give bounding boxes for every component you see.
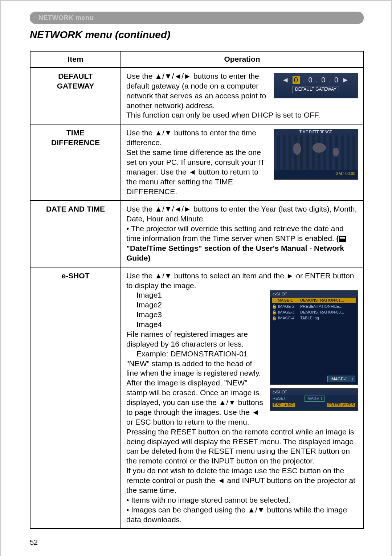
eshot-reset-yes: ENTER ,⏎:YES [327, 403, 355, 408]
eshot-list-screenshot: e-SHOT ◉IMAGE-1DEMONSTRATION-01... 🔒IMAG… [270, 290, 358, 385]
eshot-row-2: 🔒IMAGE-2PRESENTATIONFILE... [270, 303, 358, 309]
eshot-row-1: ◉IMAGE-1DEMONSTRATION-01... [270, 297, 358, 303]
eshot-reset-foot: ESC ,◄:NO ENTER ,⏎:YES [270, 402, 358, 408]
time-text-2: Set the same time difference as the one … [126, 148, 265, 196]
eshot-image-tag: IMAGE-1 [327, 376, 355, 382]
lock-icon: 🔒 [272, 310, 277, 314]
eshot-list-header: e-SHOT [270, 291, 358, 297]
gateway-screenshot: ◄ 0 . 0 . 0 . 0 ► DEFAULT GATEWAY [274, 73, 358, 98]
lock-icon: 🔒 [272, 304, 277, 308]
op-e-shot: Use the ▲/▼ buttons to select an item an… [121, 267, 363, 529]
eshot-row-4: 🔒IMAGE-4TABLE.jpg [270, 315, 358, 321]
manual-icon [339, 236, 346, 242]
lock-icon: 🔒 [272, 316, 277, 320]
eshot-text-3: "NEW" stamp is added to the head of line… [126, 359, 263, 426]
eshot-row-3: 🔒IMAGE-3DEMONSTRATION-03... [270, 309, 358, 315]
open-eye-icon: ◉ [272, 298, 275, 302]
gateway-ip-label: DEFAULT GATEWAY [293, 86, 339, 93]
gmt-label: GMT 00:00 [274, 170, 358, 177]
eshot-text-4: Pressing the RESET button on the remote … [126, 428, 354, 465]
page-number: 52 [30, 538, 369, 547]
eshot-reset-header: e-SHOT [270, 389, 358, 395]
page: NETWORK menu NETWORK menu (continued) It… [0, 0, 392, 556]
eshot-reset-row: RESET:IMAGE-1 [270, 395, 358, 402]
timediff-screenshot: TIME DIFFERENCE GMT 00:00 [274, 129, 358, 180]
gateway-ip: ◄ 0 . 0 . 0 . 0 ► [274, 75, 358, 85]
table-row: DATE AND TIME Use the ▲/▼/◄/► buttons to… [30, 200, 363, 267]
section-tab: NETWORK menu [30, 12, 364, 24]
table-header-row: Item Operation [30, 51, 363, 68]
table-row: DEFAULT GATEWAY ◄ 0 . 0 . 0 . 0 ► DEFAUL… [30, 68, 363, 124]
eshot-text-2: File names of registered images are disp… [126, 330, 248, 348]
item-time-difference: TIME DIFFERENCE [30, 124, 121, 200]
item-date-and-time: DATE AND TIME [30, 200, 121, 267]
item-e-shot: e-SHOT [30, 267, 121, 529]
eshot-reset-no: ESC ,◄:NO [273, 403, 295, 408]
op-default-gateway: ◄ 0 . 0 . 0 . 0 ► DEFAULT GATEWAY Use th… [121, 68, 363, 124]
eshot-reset-screenshot: e-SHOT RESET:IMAGE-1 ESC ,◄:NO ENTER ,⏎:… [270, 388, 358, 411]
op-date-and-time: Use the ▲/▼/◄/► buttons to enter the Yea… [121, 200, 363, 267]
page-title: NETWORK menu (continued) [30, 29, 369, 41]
eshot-text-7: • Images can be changed using the ▲/▼ bu… [126, 506, 347, 524]
operations-table: Item Operation DEFAULT GATEWAY ◄ 0 . 0 .… [30, 51, 364, 529]
section-tab-label: NETWORK menu [38, 14, 94, 22]
timediff-header: TIME DIFFERENCE [274, 129, 358, 135]
world-map-icon [274, 135, 358, 170]
time-text-1: Use the ▲/▼ buttons to enter the time di… [126, 128, 256, 147]
header-operation: Operation [121, 51, 363, 68]
gateway-text-1: Use the ▲/▼/◄/► buttons to enter the def… [126, 72, 266, 110]
header-item: Item [30, 51, 121, 68]
eshot-text-6: • Items with no image stored cannot be s… [126, 496, 290, 504]
table-row: e-SHOT Use the ▲/▼ buttons to select an … [30, 267, 363, 529]
gateway-text-2: This function can only be used when DHCP… [126, 111, 320, 119]
eshot-text-5: If you do not wish to delete the image u… [126, 466, 355, 494]
op-time-difference: TIME DIFFERENCE GMT 00:00 Use the ▲/▼ bu… [121, 124, 363, 200]
eshot-text-1: Use the ▲/▼ buttons to select an item an… [126, 271, 354, 290]
table-row: TIME DIFFERENCE TIME DIFFERENCE GMT 00:0… [30, 124, 363, 200]
item-default-gateway: DEFAULT GATEWAY [30, 68, 121, 124]
datetime-text-2: • The projector will override this setti… [126, 224, 344, 242]
datetime-text-1: Use the ▲/▼/◄/► buttons to enter the Yea… [126, 205, 357, 223]
